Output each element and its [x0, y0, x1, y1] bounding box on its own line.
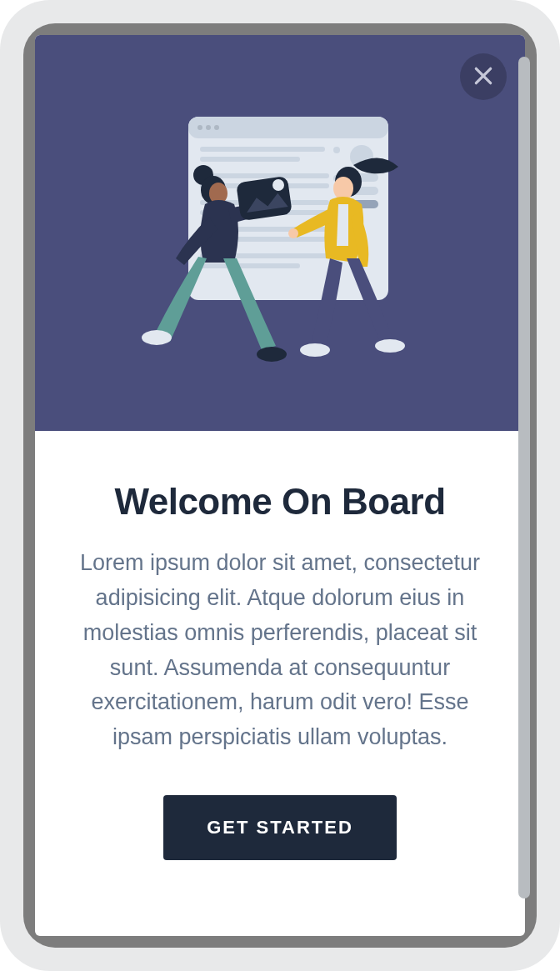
device-frame: Welcome On Board Lorem ipsum dolor sit a… — [0, 0, 560, 971]
svg-point-6 — [214, 125, 219, 130]
scrollbar[interactable] — [518, 57, 530, 898]
svg-point-27 — [333, 177, 353, 200]
svg-rect-7 — [200, 147, 325, 152]
svg-rect-16 — [200, 263, 300, 268]
svg-point-4 — [198, 125, 202, 130]
hero-section — [35, 35, 525, 431]
svg-point-30 — [375, 339, 405, 353]
svg-point-5 — [206, 125, 211, 130]
svg-point-21 — [333, 147, 340, 153]
svg-rect-35 — [236, 175, 292, 220]
svg-rect-8 — [200, 157, 300, 162]
modal-body-text: Lorem ipsum dolor sit amet, consectetur … — [68, 546, 492, 755]
svg-point-37 — [142, 330, 172, 345]
svg-point-28 — [288, 228, 298, 238]
svg-point-29 — [300, 343, 330, 357]
modal-title: Welcome On Board — [114, 481, 445, 523]
close-icon — [472, 65, 494, 89]
svg-point-38 — [257, 347, 287, 362]
close-button[interactable] — [460, 53, 507, 100]
content-section: Welcome On Board Lorem ipsum dolor sit a… — [35, 431, 525, 936]
get-started-button[interactable]: GET STARTED — [163, 795, 397, 860]
svg-point-36 — [272, 179, 284, 191]
screen: Welcome On Board Lorem ipsum dolor sit a… — [23, 23, 537, 948]
welcome-illustration — [130, 92, 430, 375]
svg-rect-9 — [200, 173, 329, 178]
onboarding-modal: Welcome On Board Lorem ipsum dolor sit a… — [35, 35, 525, 936]
